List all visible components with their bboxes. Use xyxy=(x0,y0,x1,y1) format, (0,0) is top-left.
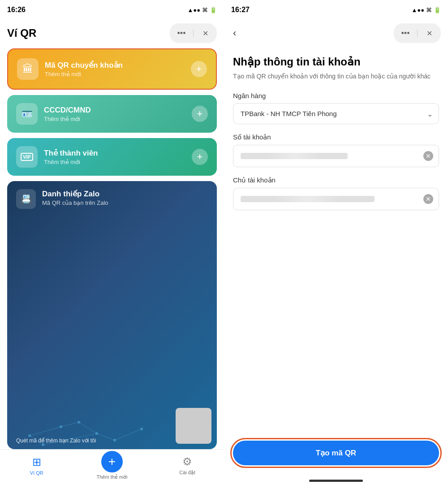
zalo-icon: 📇 xyxy=(16,189,36,209)
member-add-button[interactable]: + xyxy=(192,149,208,165)
back-button[interactable]: ‹ xyxy=(231,26,238,41)
nav-them-the-wrap[interactable]: + Thêm thẻ mới xyxy=(96,451,127,480)
qr-transfer-subtitle: Thêm thẻ mới xyxy=(45,71,191,78)
battery-icon-right: 🔋 xyxy=(434,7,441,13)
status-bar-left: 16:26 ▲●● ⌘ 🔋 xyxy=(0,0,224,20)
zalo-bottom-text: Quét mã để thêm bạn Zalo với tôi xyxy=(16,437,96,444)
member-title: Thẻ thành viên xyxy=(44,148,192,158)
nav-vi-qr[interactable]: ⊞ Ví QR xyxy=(23,456,50,476)
account-name-shimmer xyxy=(241,196,375,202)
header-divider xyxy=(193,30,194,37)
account-number-clear-button[interactable]: ✕ xyxy=(423,151,433,161)
qr-transfer-title: Mã QR chuyển khoản xyxy=(45,61,191,70)
cccd-subtitle: Thêm thẻ mới xyxy=(44,116,192,122)
account-name-form-group: Chủ tài khoản ✕ xyxy=(233,176,439,210)
zalo-title: Danh thiếp Zalo xyxy=(42,189,108,199)
home-indicator xyxy=(224,476,448,485)
more-options-button[interactable]: ••• xyxy=(173,25,190,41)
card-list: 🏛 Mã QR chuyển khoản Thêm thẻ mới + 🪪 CC… xyxy=(0,48,224,449)
account-number-form-group: Số tài khoản ✕ xyxy=(233,133,439,167)
zalo-card[interactable]: 📇 Danh thiếp Zalo Mã QR của bạn trên Zal… xyxy=(7,181,217,449)
form-title: Nhập thông tin tài khoản xyxy=(233,56,439,68)
zalo-subtitle: Mã QR của bạn trên Zalo xyxy=(42,199,108,206)
status-icons-left: ▲●● ⌘ 🔋 xyxy=(187,7,217,13)
cccd-info: CCCD/CMND Thêm thẻ mới xyxy=(44,106,192,122)
nav-add-button[interactable]: + xyxy=(101,451,123,472)
nav-cai-dat[interactable]: ⚙ Cài đặt xyxy=(174,455,201,476)
zalo-card-header: 📇 Danh thiếp Zalo Mã QR của bạn trên Zal… xyxy=(16,189,208,209)
qr-transfer-icon: 🏛 xyxy=(17,58,39,80)
cccd-title: CCCD/CMND xyxy=(44,106,192,115)
qr-transfer-add-button[interactable]: + xyxy=(191,61,207,77)
create-qr-button[interactable]: Tạo mã QR xyxy=(233,441,439,465)
member-icon: VIP xyxy=(16,146,38,168)
account-number-shimmer xyxy=(241,153,348,159)
battery-icon-left: 🔋 xyxy=(210,7,217,13)
svg-point-1 xyxy=(60,425,62,428)
right-more-options-button[interactable]: ••• xyxy=(397,25,414,41)
qr-transfer-card[interactable]: 🏛 Mã QR chuyển khoản Thêm thẻ mới + xyxy=(7,48,217,90)
qr-transfer-info: Mã QR chuyển khoản Thêm thẻ mới xyxy=(45,61,191,78)
right-nav-header: ‹ ••• ✕ xyxy=(224,20,448,48)
create-qr-area: Tạo mã QR xyxy=(224,433,448,476)
form-subtitle: Tạo mã QR chuyển khoản với thông tin của… xyxy=(233,72,439,81)
svg-point-0 xyxy=(28,434,31,437)
vi-qr-nav-icon: ⊞ xyxy=(32,456,41,468)
bottom-nav: ⊞ Ví QR + Thêm thẻ mới ⚙ Cài đặt xyxy=(0,449,224,485)
svg-line-7 xyxy=(30,427,61,436)
member-subtitle: Thêm thẻ mới xyxy=(44,159,192,165)
svg-point-6 xyxy=(140,428,143,430)
cccd-card[interactable]: 🪪 CCCD/CMND Thêm thẻ mới + xyxy=(7,95,217,133)
close-button-right[interactable]: ✕ xyxy=(421,25,437,41)
cccd-icon: 🪪 xyxy=(16,103,38,125)
svg-point-4 xyxy=(78,421,80,424)
svg-point-5 xyxy=(113,439,116,442)
nav-them-the-label: Thêm thẻ mới xyxy=(96,474,127,480)
cai-dat-nav-label: Cài đặt xyxy=(179,470,195,476)
vi-qr-nav-label: Ví QR xyxy=(30,470,43,476)
home-indicator-bar xyxy=(309,480,363,482)
svg-line-11 xyxy=(79,422,97,433)
bank-label: Ngân hàng xyxy=(233,92,439,100)
account-form: Nhập thông tin tài khoản Tạo mã QR chuyể… xyxy=(224,48,448,248)
svg-point-3 xyxy=(95,432,98,435)
svg-line-9 xyxy=(61,422,79,427)
cccd-add-button[interactable]: + xyxy=(192,106,208,122)
bank-form-group: Ngân hàng TPBank - NH TMCP Tiên Phong ⌄ xyxy=(233,92,439,124)
status-bar-right: 16:27 ▲●● ⌘ 🔋 xyxy=(224,0,448,20)
member-card[interactable]: VIP Thẻ thành viên Thêm thẻ mới + xyxy=(7,138,217,176)
member-info: Thẻ thành viên Thêm thẻ mới xyxy=(44,148,192,165)
svg-line-13 xyxy=(115,429,142,440)
right-panel: 16:27 ▲●● ⌘ 🔋 ‹ ••• ✕ Nhập thông tin tài… xyxy=(224,0,448,485)
zalo-info: Danh thiếp Zalo Mã QR của bạn trên Zalo xyxy=(42,189,108,206)
account-name-label: Chủ tài khoản xyxy=(233,176,439,184)
bank-select-wrapper: TPBank - NH TMCP Tiên Phong ⌄ xyxy=(233,103,439,124)
time-right: 16:27 xyxy=(231,6,250,14)
zalo-qr-code xyxy=(176,408,211,444)
header-action-group: ••• ✕ xyxy=(170,23,217,43)
right-header-action-group: ••• ✕ xyxy=(394,23,441,43)
account-number-input-wrapper[interactable]: ✕ xyxy=(233,145,439,167)
vi-qr-header: Ví QR ••• ✕ xyxy=(0,20,224,48)
right-header-divider xyxy=(417,30,418,37)
svg-line-12 xyxy=(97,433,115,440)
signal-icon-right: ▲●● xyxy=(411,7,424,13)
account-name-clear-button[interactable]: ✕ xyxy=(423,194,433,204)
time-left: 16:26 xyxy=(7,6,26,14)
form-spacer xyxy=(224,248,448,434)
cai-dat-nav-icon: ⚙ xyxy=(182,455,192,468)
wifi-icon-left: ⌘ xyxy=(202,7,208,13)
bank-select[interactable]: TPBank - NH TMCP Tiên Phong xyxy=(233,103,439,124)
wifi-icon-right: ⌘ xyxy=(426,7,432,13)
account-number-label: Số tài khoản xyxy=(233,133,439,141)
vi-qr-title: Ví QR xyxy=(7,27,36,39)
left-panel: 16:26 ▲●● ⌘ 🔋 Ví QR ••• ✕ 🏛 Mã QR chuyển… xyxy=(0,0,224,485)
account-name-input-wrapper[interactable]: ✕ xyxy=(233,188,439,210)
status-icons-right: ▲●● ⌘ 🔋 xyxy=(411,7,441,13)
close-button-left[interactable]: ✕ xyxy=(197,25,213,41)
signal-icon-left: ▲●● xyxy=(187,7,200,13)
